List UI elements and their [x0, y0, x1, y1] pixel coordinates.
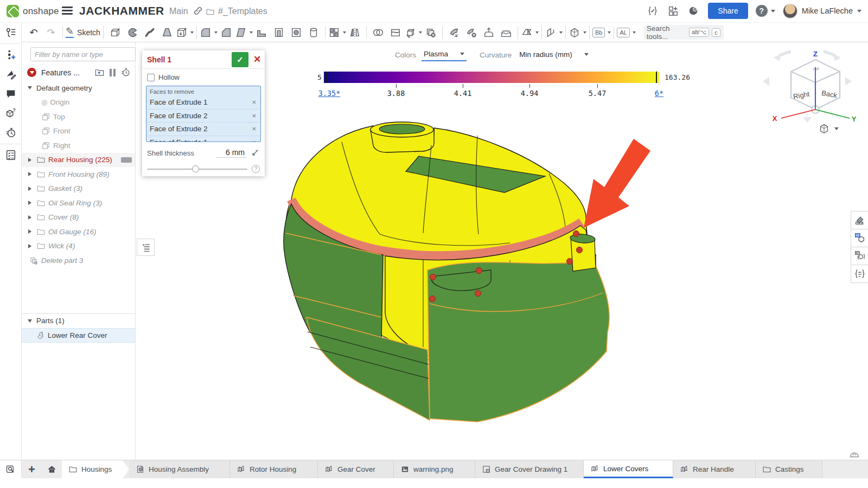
boolean-button[interactable] [369, 24, 387, 41]
chevron-right-icon[interactable] [28, 187, 31, 191]
curve-button[interactable] [545, 24, 563, 41]
onshape-logo[interactable]: onshape [7, 5, 59, 17]
remove-face-icon[interactable]: × [252, 138, 256, 142]
remove-face-icon[interactable]: × [252, 112, 256, 120]
remove-face-icon[interactable]: × [252, 98, 256, 106]
help-menu[interactable]: ? [756, 5, 775, 17]
gradient-marker-low[interactable] [326, 72, 327, 83]
new-folder-icon[interactable] [94, 67, 105, 78]
plane-button[interactable] [521, 24, 539, 41]
tree-item-right-plane[interactable]: Right [22, 138, 135, 153]
export-button[interactable] [480, 24, 497, 41]
apps-grid-icon[interactable] [667, 4, 680, 17]
gradient-marker-high[interactable] [656, 72, 657, 83]
mirror-button[interactable] [346, 24, 363, 41]
link-icon[interactable] [193, 6, 203, 16]
tree-item-origin[interactable]: ◎ Origin [22, 95, 135, 110]
tab-rotor-housing[interactable]: Rotor Housing [230, 460, 318, 478]
versions-panel-icon[interactable] [0, 45, 22, 65]
delete-part-button[interactable] [422, 24, 439, 41]
tab-search-button[interactable] [0, 460, 22, 478]
view-mode-button[interactable] [818, 123, 839, 134]
thickness-slider[interactable] [147, 169, 247, 170]
part-item-lower-rear-cover[interactable]: Lower Rear Cover [22, 328, 135, 343]
pattern-button[interactable] [328, 24, 346, 41]
redo-button[interactable]: ↷ [42, 24, 60, 41]
tree-item-oil-seal-ring[interactable]: Oil Seal Ring (3) [22, 196, 135, 210]
slider-thumb[interactable] [192, 165, 199, 172]
bb-tool-button[interactable]: Bb [592, 24, 611, 41]
model-jackhammer-lower-rear-cover[interactable] [269, 100, 670, 447]
comments-panel-icon[interactable] [0, 84, 22, 104]
boss-button[interactable] [305, 24, 322, 41]
versions-icon[interactable] [646, 4, 659, 17]
tick-3-35[interactable]: 3.35* [318, 89, 341, 98]
rollback-icon[interactable] [27, 68, 36, 77]
remove-face-icon[interactable]: × [252, 125, 256, 133]
suppress-icon[interactable] [110, 69, 116, 76]
shell-button[interactable] [270, 24, 288, 41]
chevron-right-icon[interactable] [28, 244, 31, 248]
home-tab-button[interactable] [42, 460, 62, 478]
tree-item-gasket[interactable]: Gasket (3) [22, 182, 135, 196]
accept-button[interactable]: ✓ [232, 52, 248, 67]
chevron-right-icon[interactable] [28, 229, 31, 234]
view-cube[interactable]: Right Back TOP Z X Y [758, 48, 856, 124]
performance-gauge-icon[interactable] [848, 448, 860, 460]
loft-button[interactable] [158, 24, 176, 41]
appearance-panel-button[interactable] [851, 211, 868, 229]
colors-select[interactable]: Plasma [422, 49, 467, 61]
view-cube-top-face[interactable]: TOP [813, 67, 820, 71]
flip-direction-icon[interactable] [250, 148, 260, 158]
feature-list-panel-icon[interactable] [0, 23, 22, 42]
face-list-item[interactable]: Face of Extrude 2 × [146, 110, 260, 123]
tree-item-front-plane[interactable]: Front [22, 124, 135, 139]
configured-features-button[interactable] [851, 247, 868, 265]
delete-face-button[interactable] [463, 24, 480, 41]
learning-center-icon[interactable] [687, 4, 700, 17]
bom-panel-icon[interactable] [0, 145, 22, 165]
parent-folder[interactable]: #_Templates [206, 7, 267, 16]
tree-item-front-housing[interactable]: Front Housing (89) [22, 167, 135, 182]
document-title[interactable]: JACKHAMMER [79, 4, 164, 17]
revolve-button[interactable] [124, 24, 141, 41]
sketch-button[interactable]: ✎ Sketch [66, 24, 100, 41]
tree-item-cover[interactable]: Cover (8) [22, 210, 135, 225]
fillet-button[interactable] [200, 24, 218, 41]
faces-to-remove-list[interactable]: Faces to remove Face of Extrude 1 × Face… [146, 86, 261, 142]
extrude-button[interactable] [106, 24, 124, 41]
tree-item-rear-housing[interactable]: Rear Housing (225) [22, 153, 135, 168]
split-button[interactable] [387, 24, 404, 41]
dialog-help-icon[interactable]: ? [252, 165, 260, 173]
thickness-input[interactable]: 6 mm [216, 148, 247, 158]
chevron-right-icon[interactable] [28, 201, 31, 205]
chevron-right-icon[interactable] [28, 215, 31, 220]
chevron-down-icon[interactable] [28, 319, 32, 323]
chevron-right-icon[interactable] [28, 172, 31, 176]
scrollbar-thumb[interactable] [121, 157, 132, 163]
filter-input[interactable] [30, 47, 136, 61]
feature-stopwatch-icon[interactable] [120, 67, 131, 78]
transform-button[interactable] [404, 24, 422, 41]
tree-item-top-plane[interactable]: Top [22, 110, 135, 124]
import-button[interactable] [497, 24, 515, 41]
model-top-boss-green-face[interactable] [379, 124, 425, 134]
parts-section-header[interactable]: Parts (1) [22, 314, 135, 329]
composite-button[interactable] [569, 24, 586, 41]
al-tool-button[interactable]: AL [617, 24, 635, 41]
tree-item-delete-part-3[interactable]: Delete part 3 [22, 253, 135, 268]
tab-gear-cover[interactable]: Gear Cover [318, 460, 394, 478]
performance-icon[interactable] [0, 123, 22, 143]
undo-button[interactable]: ↶ [25, 24, 42, 41]
branch-name[interactable]: Main [169, 7, 188, 16]
custom-features-icon[interactable] [0, 65, 22, 84]
face-list-item[interactable]: Face of Extrude 1 × [146, 136, 260, 143]
share-button[interactable]: Share [708, 3, 748, 19]
hole-button[interactable] [288, 24, 305, 41]
face-list-item[interactable]: Face of Extrude 2 × [146, 123, 260, 136]
main-menu-icon[interactable] [62, 7, 73, 15]
draft-button[interactable] [235, 24, 253, 41]
chevron-right-icon[interactable] [28, 158, 31, 162]
tab-rear-handle[interactable]: Rear Handle [673, 460, 756, 478]
feature-list-flyout-button[interactable] [137, 239, 155, 256]
